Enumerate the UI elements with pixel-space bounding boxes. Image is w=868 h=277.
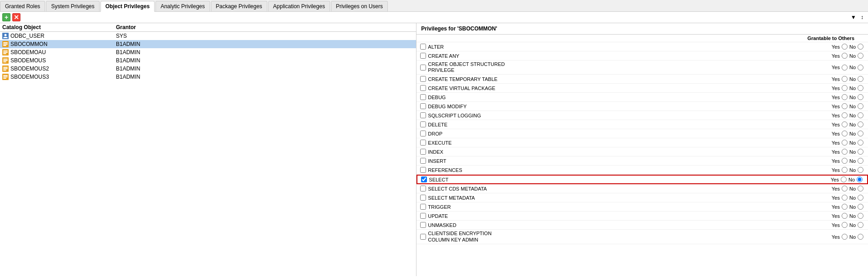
priv-checkbox-unmasked[interactable] xyxy=(420,222,426,228)
priv-checkbox-update[interactable] xyxy=(420,213,426,219)
priv-checkbox-index[interactable] xyxy=(420,149,426,155)
tab-granted-roles[interactable]: Granted Roles xyxy=(0,1,45,11)
yes-label-create-virtual-package: Yes xyxy=(832,86,840,91)
no-radio-select-cds-metadata[interactable] xyxy=(858,186,863,191)
remove-button[interactable]: ✕ xyxy=(12,13,20,21)
tab-application-privileges[interactable]: Application Privileges xyxy=(268,1,330,11)
no-radio-index[interactable] xyxy=(858,149,863,155)
no-radio-unmasked[interactable] xyxy=(858,222,863,228)
yes-radio-select[interactable] xyxy=(841,176,847,182)
no-label-create-temporary-table: No xyxy=(849,76,856,82)
no-radio-drop[interactable] xyxy=(858,131,863,136)
table-row[interactable]: SBODEMOUS B1ADMIN xyxy=(0,56,416,65)
yes-radio-update[interactable] xyxy=(842,213,848,219)
no-radio-create-any[interactable] xyxy=(858,53,863,59)
no-radio-select[interactable] xyxy=(857,176,863,182)
priv-checkbox-delete[interactable] xyxy=(420,121,426,127)
no-label-debug-modify: No xyxy=(849,104,856,109)
priv-checkbox-drop[interactable] xyxy=(420,131,426,136)
privilege-row-debug-modify: DEBUG MODIFY Yes No xyxy=(416,102,868,111)
priv-checkbox-alter[interactable] xyxy=(420,44,426,50)
grantable-header: Grantable to Others xyxy=(808,35,854,41)
table-row[interactable]: SBODEMOUS3 B1ADMIN xyxy=(0,73,416,81)
priv-checkbox-execute[interactable] xyxy=(420,140,426,146)
catalog-object-name: ODBC_USER xyxy=(10,33,45,39)
priv-checkbox-trigger[interactable] xyxy=(420,204,426,210)
priv-checkbox-create-virtual-package[interactable] xyxy=(420,85,426,91)
priv-name-select: SELECT xyxy=(429,177,448,182)
yes-radio-index[interactable] xyxy=(842,149,848,155)
no-radio-sqlscript-logging[interactable] xyxy=(858,112,863,118)
priv-checkbox-select-cds-metadata[interactable] xyxy=(420,186,426,191)
priv-checkbox-insert[interactable] xyxy=(420,158,426,164)
add-button[interactable]: + xyxy=(2,13,10,21)
no-radio-create-virtual-package[interactable] xyxy=(858,85,863,91)
no-radio-clientside-encryption-column-key-admin[interactable] xyxy=(858,234,863,240)
yes-radio-select-metadata[interactable] xyxy=(842,195,848,201)
no-radio-insert[interactable] xyxy=(858,158,863,164)
priv-checkbox-create-any[interactable] xyxy=(420,53,426,59)
no-radio-delete[interactable] xyxy=(858,121,863,127)
tab-system-privileges[interactable]: System Privileges xyxy=(46,1,99,11)
no-radio-update[interactable] xyxy=(858,213,863,219)
tab-bar: Granted RolesSystem PrivilegesObject Pri… xyxy=(0,0,868,12)
priv-checkbox-debug[interactable] xyxy=(420,94,426,100)
no-radio-create-object-structured-privilege[interactable] xyxy=(858,65,863,71)
yes-radio-create-any[interactable] xyxy=(842,53,848,59)
yes-label-drop: Yes xyxy=(832,131,840,136)
yes-radio-delete[interactable] xyxy=(842,121,848,127)
svg-rect-15 xyxy=(3,67,8,68)
priv-checkbox-debug-modify[interactable] xyxy=(420,103,426,109)
yes-radio-drop[interactable] xyxy=(842,131,848,136)
yes-radio-alter[interactable] xyxy=(842,44,848,50)
tab-object-privileges[interactable]: Object Privileges xyxy=(100,1,155,12)
no-radio-debug[interactable] xyxy=(858,94,863,100)
yes-radio-references[interactable] xyxy=(842,167,848,173)
yes-label-create-object-structured-privilege: Yes xyxy=(832,65,840,70)
table-row[interactable]: SBOCOMMON B1ADMIN xyxy=(0,40,416,48)
tab-package-privileges[interactable]: Package Privileges xyxy=(211,1,267,11)
yes-radio-trigger[interactable] xyxy=(842,204,848,210)
no-radio-execute[interactable] xyxy=(858,140,863,146)
yes-radio-select-cds-metadata[interactable] xyxy=(842,186,848,191)
yes-radio-debug[interactable] xyxy=(842,94,848,100)
priv-checkbox-references[interactable] xyxy=(420,167,426,173)
table-row[interactable]: SBODEMOAU B1ADMIN xyxy=(0,48,416,56)
priv-checkbox-sqlscript-logging[interactable] xyxy=(420,112,426,118)
yes-radio-create-virtual-package[interactable] xyxy=(842,85,848,91)
yes-radio-create-temporary-table[interactable] xyxy=(842,76,848,82)
yes-radio-clientside-encryption-column-key-admin[interactable] xyxy=(842,234,848,240)
no-label-clientside-encryption-column-key-admin: No xyxy=(849,234,856,240)
no-radio-select-metadata[interactable] xyxy=(858,195,863,201)
no-radio-trigger[interactable] xyxy=(858,204,863,210)
yes-label-delete: Yes xyxy=(832,122,840,127)
tab-privileges-on-users[interactable]: Privileges on Users xyxy=(331,1,388,11)
privileges-table: Grantable to Others ALTER Yes No CREATE … xyxy=(416,35,868,276)
priv-checkbox-clientside-encryption-column-key-admin[interactable] xyxy=(420,234,426,240)
yes-radio-insert[interactable] xyxy=(842,158,848,164)
yes-radio-debug-modify[interactable] xyxy=(842,103,848,109)
filter-icon[interactable]: ▼ xyxy=(850,14,857,21)
no-radio-create-temporary-table[interactable] xyxy=(858,76,863,82)
catalog-object-name: SBODEMOUS xyxy=(10,57,46,64)
yes-radio-execute[interactable] xyxy=(842,140,848,146)
priv-checkbox-select-metadata[interactable] xyxy=(420,195,426,201)
sort-icon[interactable]: ↕ xyxy=(858,14,866,21)
no-radio-alter[interactable] xyxy=(858,44,863,50)
tab-analytic-privileges[interactable]: Analytic Privileges xyxy=(156,1,210,11)
no-radio-debug-modify[interactable] xyxy=(858,103,863,109)
yes-radio-create-object-structured-privilege[interactable] xyxy=(842,65,848,71)
priv-checkbox-create-object-structured-privilege[interactable] xyxy=(420,65,426,71)
yes-label-create-any: Yes xyxy=(832,53,840,59)
priv-checkbox-create-temporary-table[interactable] xyxy=(420,76,426,82)
yes-label-alter: Yes xyxy=(832,44,840,50)
priv-checkbox-select[interactable] xyxy=(421,176,427,182)
table-row[interactable]: ODBC_USER SYS xyxy=(0,32,416,40)
yes-radio-unmasked[interactable] xyxy=(842,222,848,228)
yes-radio-sqlscript-logging[interactable] xyxy=(842,112,848,118)
yes-label-unmasked: Yes xyxy=(832,222,840,228)
no-radio-references[interactable] xyxy=(858,167,863,173)
catalog-object-name: SBODEMOUS2 xyxy=(10,65,49,72)
grantor-value: B1ADMIN xyxy=(116,74,207,80)
table-row[interactable]: SBODEMOUS2 B1ADMIN xyxy=(0,65,416,73)
